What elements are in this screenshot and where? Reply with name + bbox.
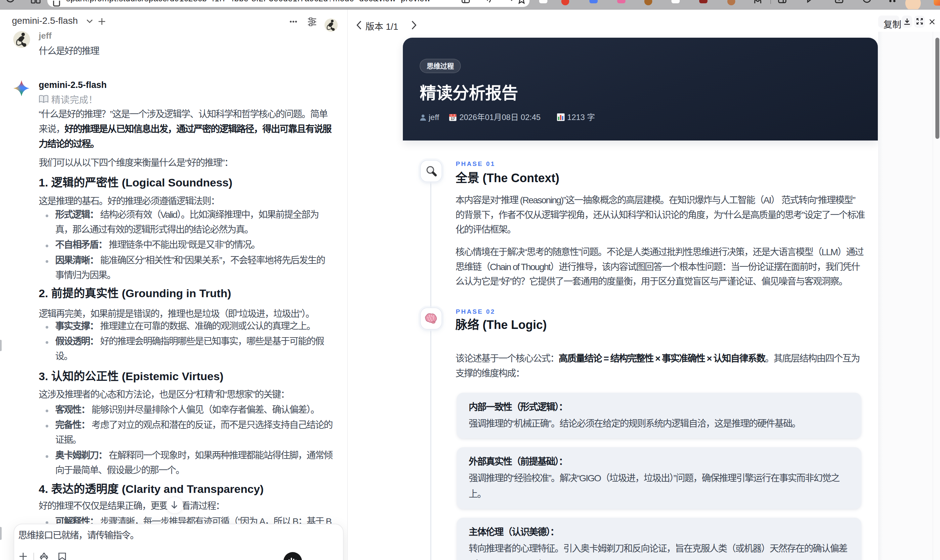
svg-text:17: 17	[451, 117, 455, 121]
